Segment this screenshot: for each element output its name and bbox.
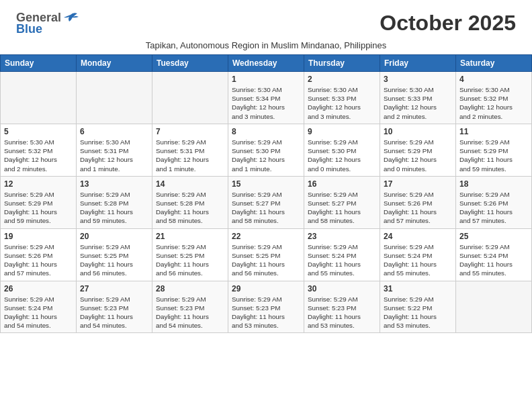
table-row: [77, 72, 152, 124]
day-info: Sunrise: 5:29 AM Sunset: 5:23 PM Dayligh…: [308, 295, 376, 330]
day-number: 7: [156, 127, 224, 136]
table-row: 17Sunrise: 5:29 AM Sunset: 5:26 PM Dayli…: [380, 176, 456, 228]
day-info: Sunrise: 5:29 AM Sunset: 5:30 PM Dayligh…: [232, 138, 300, 173]
table-row: 23Sunrise: 5:29 AM Sunset: 5:24 PM Dayli…: [304, 228, 380, 281]
table-row: 26Sunrise: 5:29 AM Sunset: 5:24 PM Dayli…: [1, 281, 77, 333]
day-number: 20: [80, 232, 148, 241]
table-row: 19Sunrise: 5:29 AM Sunset: 5:26 PM Dayli…: [1, 228, 77, 281]
table-row: 29Sunrise: 5:29 AM Sunset: 5:23 PM Dayli…: [228, 281, 304, 333]
table-row: 16Sunrise: 5:29 AM Sunset: 5:27 PM Dayli…: [304, 176, 380, 228]
day-number: 3: [384, 75, 452, 84]
table-row: 27Sunrise: 5:29 AM Sunset: 5:23 PM Dayli…: [77, 281, 152, 333]
day-info: Sunrise: 5:30 AM Sunset: 5:33 PM Dayligh…: [308, 85, 376, 121]
day-number: 4: [459, 75, 528, 84]
table-row: 8Sunrise: 5:29 AM Sunset: 5:30 PM Daylig…: [228, 124, 304, 176]
calendar-week-row: 12Sunrise: 5:29 AM Sunset: 5:29 PM Dayli…: [1, 176, 532, 228]
header-thursday: Thursday: [304, 55, 380, 72]
day-info: Sunrise: 5:29 AM Sunset: 5:23 PM Dayligh…: [232, 295, 300, 330]
day-number: 28: [156, 284, 224, 293]
header-wednesday: Wednesday: [228, 55, 304, 72]
logo-bird-icon: [64, 12, 79, 24]
table-row: 31Sunrise: 5:29 AM Sunset: 5:22 PM Dayli…: [380, 281, 456, 333]
day-number: 13: [80, 179, 148, 189]
day-info: Sunrise: 5:29 AM Sunset: 5:29 PM Dayligh…: [459, 138, 528, 173]
table-row: [1, 72, 77, 124]
day-info: Sunrise: 5:29 AM Sunset: 5:26 PM Dayligh…: [459, 190, 528, 226]
table-row: 2Sunrise: 5:30 AM Sunset: 5:33 PM Daylig…: [304, 72, 380, 124]
day-info: Sunrise: 5:29 AM Sunset: 5:29 PM Dayligh…: [4, 190, 73, 226]
header-sunday: Sunday: [1, 55, 77, 72]
table-row: 7Sunrise: 5:29 AM Sunset: 5:31 PM Daylig…: [152, 124, 228, 176]
day-info: Sunrise: 5:29 AM Sunset: 5:24 PM Dayligh…: [384, 242, 452, 278]
header-friday: Friday: [380, 55, 456, 72]
header-saturday: Saturday: [456, 55, 532, 72]
table-row: 28Sunrise: 5:29 AM Sunset: 5:23 PM Dayli…: [152, 281, 228, 333]
day-info: Sunrise: 5:29 AM Sunset: 5:24 PM Dayligh…: [459, 242, 528, 278]
table-row: 10Sunrise: 5:29 AM Sunset: 5:29 PM Dayli…: [380, 124, 456, 176]
day-info: Sunrise: 5:29 AM Sunset: 5:25 PM Dayligh…: [232, 242, 300, 278]
day-info: Sunrise: 5:30 AM Sunset: 5:32 PM Dayligh…: [459, 85, 528, 121]
day-info: Sunrise: 5:29 AM Sunset: 5:22 PM Dayligh…: [384, 295, 452, 330]
day-number: 21: [156, 232, 224, 241]
day-number: 23: [308, 232, 376, 241]
table-row: 15Sunrise: 5:29 AM Sunset: 5:27 PM Dayli…: [228, 176, 304, 228]
day-info: Sunrise: 5:29 AM Sunset: 5:26 PM Dayligh…: [384, 190, 452, 226]
day-info: Sunrise: 5:29 AM Sunset: 5:31 PM Dayligh…: [156, 138, 224, 173]
day-info: Sunrise: 5:30 AM Sunset: 5:31 PM Dayligh…: [80, 138, 148, 173]
calendar-week-row: 1Sunrise: 5:30 AM Sunset: 5:34 PM Daylig…: [1, 72, 532, 124]
day-info: Sunrise: 5:29 AM Sunset: 5:25 PM Dayligh…: [80, 242, 148, 278]
day-number: 1: [232, 75, 300, 84]
table-row: 30Sunrise: 5:29 AM Sunset: 5:23 PM Dayli…: [304, 281, 380, 333]
logo: General Blue: [16, 11, 79, 36]
table-row: 13Sunrise: 5:29 AM Sunset: 5:28 PM Dayli…: [77, 176, 152, 228]
calendar-week-row: 19Sunrise: 5:29 AM Sunset: 5:26 PM Dayli…: [1, 228, 532, 281]
day-info: Sunrise: 5:29 AM Sunset: 5:28 PM Dayligh…: [156, 190, 224, 226]
calendar-table: Sunday Monday Tuesday Wednesday Thursday…: [0, 54, 532, 333]
table-row: 14Sunrise: 5:29 AM Sunset: 5:28 PM Dayli…: [152, 176, 228, 228]
day-number: 10: [384, 127, 452, 136]
day-info: Sunrise: 5:30 AM Sunset: 5:34 PM Dayligh…: [232, 85, 300, 121]
day-info: Sunrise: 5:30 AM Sunset: 5:32 PM Dayligh…: [4, 138, 73, 173]
table-row: 3Sunrise: 5:30 AM Sunset: 5:33 PM Daylig…: [380, 72, 456, 124]
day-number: 12: [4, 179, 73, 189]
day-number: 25: [459, 232, 528, 241]
day-number: 19: [4, 232, 73, 241]
table-row: 4Sunrise: 5:30 AM Sunset: 5:32 PM Daylig…: [456, 72, 532, 124]
day-number: 24: [384, 232, 452, 241]
day-number: 15: [232, 179, 300, 189]
table-row: 5Sunrise: 5:30 AM Sunset: 5:32 PM Daylig…: [1, 124, 77, 176]
day-info: Sunrise: 5:29 AM Sunset: 5:23 PM Dayligh…: [156, 295, 224, 330]
calendar-week-row: 5Sunrise: 5:30 AM Sunset: 5:32 PM Daylig…: [1, 124, 532, 176]
day-info: Sunrise: 5:29 AM Sunset: 5:27 PM Dayligh…: [308, 190, 376, 226]
table-row: 20Sunrise: 5:29 AM Sunset: 5:25 PM Dayli…: [77, 228, 152, 281]
table-row: 25Sunrise: 5:29 AM Sunset: 5:24 PM Dayli…: [456, 228, 532, 281]
table-row: 9Sunrise: 5:29 AM Sunset: 5:30 PM Daylig…: [304, 124, 380, 176]
day-number: 18: [459, 179, 528, 189]
table-row: 6Sunrise: 5:30 AM Sunset: 5:31 PM Daylig…: [77, 124, 152, 176]
table-row: 24Sunrise: 5:29 AM Sunset: 5:24 PM Dayli…: [380, 228, 456, 281]
logo-blue-text: Blue: [16, 22, 42, 36]
day-info: Sunrise: 5:29 AM Sunset: 5:23 PM Dayligh…: [80, 295, 148, 330]
day-number: 27: [80, 284, 148, 293]
day-number: 26: [4, 284, 73, 293]
day-number: 8: [232, 127, 300, 136]
table-row: 21Sunrise: 5:29 AM Sunset: 5:25 PM Dayli…: [152, 228, 228, 281]
header-tuesday: Tuesday: [152, 55, 228, 72]
day-info: Sunrise: 5:29 AM Sunset: 5:24 PM Dayligh…: [308, 242, 376, 278]
table-row: 18Sunrise: 5:29 AM Sunset: 5:26 PM Dayli…: [456, 176, 532, 228]
table-row: 12Sunrise: 5:29 AM Sunset: 5:29 PM Dayli…: [1, 176, 77, 228]
month-title: October 2025: [380, 11, 516, 36]
table-row: 1Sunrise: 5:30 AM Sunset: 5:34 PM Daylig…: [228, 72, 304, 124]
weekday-header-row: Sunday Monday Tuesday Wednesday Thursday…: [1, 55, 532, 72]
day-number: 14: [156, 179, 224, 189]
day-number: 11: [459, 127, 528, 136]
header-monday: Monday: [77, 55, 152, 72]
table-row: 11Sunrise: 5:29 AM Sunset: 5:29 PM Dayli…: [456, 124, 532, 176]
day-number: 17: [384, 179, 452, 189]
page-header: General Blue October 2025: [0, 0, 532, 39]
day-number: 6: [80, 127, 148, 136]
day-info: Sunrise: 5:29 AM Sunset: 5:27 PM Dayligh…: [232, 190, 300, 226]
day-info: Sunrise: 5:29 AM Sunset: 5:25 PM Dayligh…: [156, 242, 224, 278]
day-info: Sunrise: 5:29 AM Sunset: 5:26 PM Dayligh…: [4, 242, 73, 278]
subtitle: Tapikan, Autonomous Region in Muslim Min…: [0, 39, 532, 54]
